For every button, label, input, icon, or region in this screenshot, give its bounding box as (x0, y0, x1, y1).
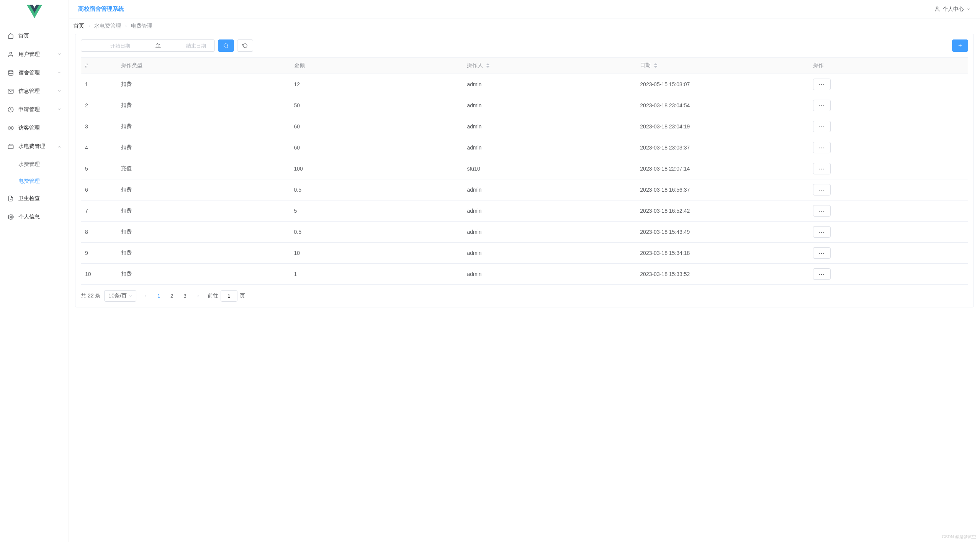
prev-page-button[interactable] (140, 290, 152, 302)
refresh-icon (242, 43, 248, 48)
row-actions-button[interactable]: ··· (813, 226, 831, 238)
cell-date: 2023-03-18 23:04:54 (636, 95, 809, 116)
eye-icon (7, 124, 15, 132)
user-icon (934, 6, 940, 12)
cell-action: ··· (809, 116, 968, 137)
submenu-item[interactable]: 电费管理 (0, 172, 69, 189)
menu-item[interactable]: 个人信息 (0, 208, 69, 226)
cell-type: 扣费 (117, 116, 290, 137)
chevron-down-icon (128, 294, 133, 298)
svg-point-7 (10, 216, 11, 218)
breadcrumb-separator (87, 23, 91, 29)
breadcrumb-item: 电费管理 (131, 23, 152, 30)
breadcrumb-item[interactable]: 首页 (74, 23, 84, 30)
pagination: 共 22 条 10条/页 123 前往 页 (81, 290, 968, 302)
cell-operator: admin (463, 222, 636, 243)
svg-point-1 (8, 70, 13, 72)
goto-page: 前往 页 (208, 290, 245, 302)
home-icon (7, 32, 15, 40)
col-operator[interactable]: 操作人 (463, 57, 636, 74)
menu-label: 首页 (18, 33, 62, 39)
table-row: 10 扣费 1 admin 2023-03-18 15:33:52 ··· (81, 264, 968, 285)
cell-action: ··· (809, 179, 968, 200)
cell-amount: 60 (290, 137, 463, 158)
menu-label: 信息管理 (18, 88, 57, 95)
menu-item[interactable]: 首页 (0, 27, 69, 45)
menu-item[interactable]: 访客管理 (0, 119, 69, 137)
row-actions-button[interactable]: ··· (813, 121, 831, 132)
dorm-icon (7, 69, 15, 77)
menu-label: 访客管理 (18, 125, 62, 131)
row-actions-button[interactable]: ··· (813, 163, 831, 174)
next-page-button[interactable] (192, 290, 204, 302)
chevron-down-icon (57, 143, 62, 149)
table-row: 4 扣费 60 admin 2023-03-18 23:03:37 ··· (81, 137, 968, 158)
cell-type: 扣费 (117, 137, 290, 158)
cell-type: 扣费 (117, 179, 290, 200)
menu-label: 用户管理 (18, 51, 57, 58)
row-actions-button[interactable]: ··· (813, 247, 831, 259)
chevron-down-icon (966, 7, 971, 11)
cell-index: 5 (81, 158, 117, 179)
cell-operator: admin (463, 74, 636, 95)
menu-item[interactable]: 卫生检查 (0, 189, 69, 208)
cell-amount: 10 (290, 243, 463, 264)
cell-date: 2023-03-18 23:03:37 (636, 137, 809, 158)
row-actions-button[interactable]: ··· (813, 79, 831, 90)
cell-index: 7 (81, 200, 117, 222)
row-actions-button[interactable]: ··· (813, 205, 831, 217)
cell-date: 2023-03-18 15:34:18 (636, 243, 809, 264)
row-actions-button[interactable]: ··· (813, 268, 831, 280)
menu-item[interactable]: 宿舍管理 (0, 64, 69, 82)
table-row: 5 充值 100 stu10 2023-03-18 22:07:14 ··· (81, 158, 968, 179)
menu-item[interactable]: 水电费管理 (0, 137, 69, 156)
menu-item[interactable]: 申请管理 (0, 100, 69, 119)
row-actions-button[interactable]: ··· (813, 184, 831, 195)
cell-index: 1 (81, 74, 117, 95)
cell-action: ··· (809, 243, 968, 264)
cell-operator: admin (463, 264, 636, 285)
search-button[interactable] (218, 39, 234, 52)
add-button[interactable] (952, 39, 968, 52)
table-row: 1 扣费 12 admin 2023-05-15 15:03:07 ··· (81, 74, 968, 95)
cell-amount: 0.5 (290, 222, 463, 243)
row-actions-button[interactable]: ··· (813, 142, 831, 153)
cell-action: ··· (809, 264, 968, 285)
user-center-label: 个人中心 (942, 6, 964, 13)
cell-action: ··· (809, 200, 968, 222)
cell-type: 扣费 (117, 222, 290, 243)
pager: 123 (140, 290, 204, 302)
col-date[interactable]: 日期 (636, 57, 809, 74)
reset-button[interactable] (237, 39, 253, 52)
cell-index: 2 (81, 95, 117, 116)
goto-input[interactable] (221, 290, 237, 302)
svg-rect-5 (8, 145, 13, 149)
cell-action: ··· (809, 222, 968, 243)
menu-item[interactable]: 信息管理 (0, 82, 69, 100)
row-actions-button[interactable]: ··· (813, 100, 831, 111)
more-icon: ··· (819, 82, 825, 87)
page-size-select[interactable]: 10条/页 (104, 290, 136, 302)
cell-date: 2023-03-18 16:56:37 (636, 179, 809, 200)
table-row: 8 扣费 0.5 admin 2023-03-18 15:43:49 ··· (81, 222, 968, 243)
start-date-input[interactable] (88, 43, 152, 49)
date-range-picker[interactable]: 至 (81, 39, 215, 52)
page-number-button[interactable]: 2 (166, 290, 178, 302)
cell-type: 充值 (117, 158, 290, 179)
cell-index: 8 (81, 222, 117, 243)
cell-operator: admin (463, 243, 636, 264)
cell-index: 4 (81, 137, 117, 158)
col-index: # (81, 57, 117, 74)
submenu-item[interactable]: 水费管理 (0, 156, 69, 172)
user-center-dropdown[interactable]: 个人中心 (934, 6, 971, 13)
svg-point-0 (10, 52, 11, 54)
cell-operator: admin (463, 179, 636, 200)
page-number-button[interactable]: 1 (153, 290, 165, 302)
cell-amount: 50 (290, 95, 463, 116)
gear-icon (7, 213, 15, 221)
page-number-button[interactable]: 3 (179, 290, 191, 302)
table-row: 3 扣费 60 admin 2023-03-18 23:04:19 ··· (81, 116, 968, 137)
menu-item[interactable]: 用户管理 (0, 45, 69, 64)
cell-operator: admin (463, 137, 636, 158)
more-icon: ··· (819, 124, 825, 130)
